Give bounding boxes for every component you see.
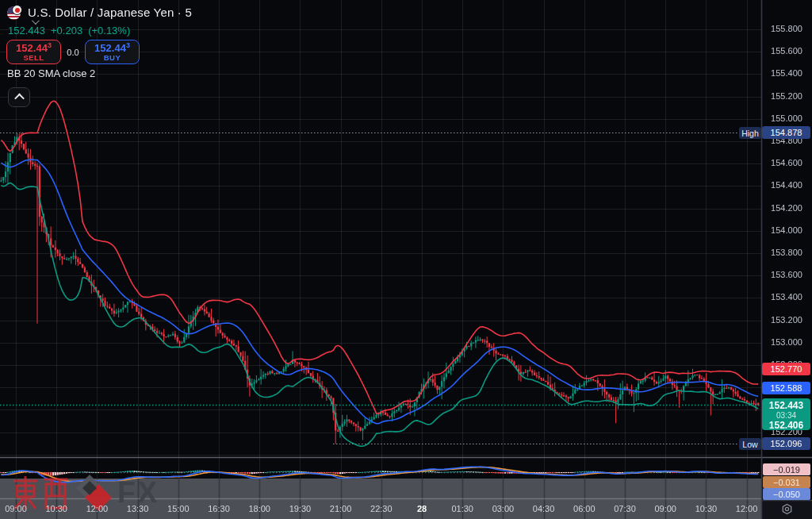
- time-axis-label: 18:00: [248, 504, 270, 513]
- buy-button[interactable]: 152.443 BUY: [85, 40, 140, 64]
- price-axis-label: 153.400: [763, 292, 810, 302]
- price-axis-label: 153.600: [763, 270, 810, 279]
- macd-line-value-label: −0.050: [763, 488, 810, 500]
- price-change-row: 152.443 +0.203 (+0.13%): [8, 25, 130, 37]
- gear-icon[interactable]: [781, 503, 793, 515]
- macd-histogram-value-label: −0.019: [763, 463, 810, 475]
- time-axis-label: 22:30: [370, 504, 393, 513]
- high-price-label: 154.878: [762, 126, 810, 139]
- price-axis[interactable]: 155.800155.600155.400155.200155.000154.8…: [761, 0, 812, 519]
- time-axis-label: 16:30: [208, 504, 230, 513]
- time-axis-label: 01:30: [451, 504, 473, 513]
- last-price-label: 152.443 03:34 152.406: [762, 398, 810, 430]
- time-axis-label: 03:00: [492, 504, 515, 513]
- price-axis-label: 154.400: [763, 180, 810, 190]
- price-axis-label: 154.600: [763, 158, 810, 167]
- price-axis-label: 153.800: [763, 248, 810, 257]
- price-axis-label: 153.200: [763, 315, 810, 325]
- time-axis-label: 07:30: [614, 504, 636, 513]
- price-axis-label: 155.600: [763, 46, 810, 56]
- time-axis-label: 28: [417, 504, 427, 513]
- bb-basis-price-label: 152.588: [762, 382, 810, 394]
- high-tag: High: [739, 127, 761, 139]
- sell-button[interactable]: 152.443 SELL: [6, 40, 61, 64]
- time-axis-label: 12:00: [86, 504, 109, 513]
- time-axis-label: 21:00: [330, 504, 352, 513]
- price-axis-label: 155.800: [763, 24, 810, 33]
- trading-chart-window: { "header": { "symbol_title": "U.S. Doll…: [0, 0, 812, 519]
- symbol-title[interactable]: U.S. Dollar / Japanese Yen · 5: [28, 6, 192, 19]
- time-axis-label: 04:30: [533, 504, 555, 513]
- price-change-text: +0.203: [51, 25, 82, 37]
- price-axis-label: 155.400: [763, 68, 810, 78]
- macd-signal-value-label: −0.031: [763, 476, 810, 488]
- time-axis-label: 12:00: [736, 504, 758, 513]
- price-axis-label: 154.000: [763, 225, 810, 235]
- collapse-toolbar-button[interactable]: [8, 87, 30, 107]
- time-axis-label: 19:30: [289, 504, 312, 513]
- time-axis-label: 09:00: [5, 504, 27, 513]
- low-price-label: 152.096: [762, 437, 810, 450]
- time-axis-label: 15:00: [167, 504, 190, 513]
- price-axis-label: 155.000: [763, 113, 810, 123]
- usd-jpy-flag-icon: [7, 5, 22, 20]
- bar-countdown: 03:34: [762, 410, 810, 421]
- bollinger-indicator-label[interactable]: BB 20 SMA close 2: [7, 67, 95, 79]
- price-axis-label: 153.000: [763, 337, 810, 347]
- time-axis-label: 13:30: [127, 504, 149, 513]
- bb-lower-price-label: 152.406: [762, 421, 810, 430]
- time-axis[interactable]: 09:0010:3012:0013:3015:0016:3018:0019:30…: [0, 500, 812, 519]
- bb-upper-price-label: 152.770: [762, 363, 810, 375]
- price-axis-label: 155.200: [763, 91, 810, 101]
- price-change-pct-text: (+0.13%): [88, 25, 130, 37]
- last-price-text: 152.443: [8, 25, 45, 37]
- chart-canvas[interactable]: [0, 0, 812, 519]
- time-axis-label: 09:00: [654, 504, 676, 513]
- price-axis-label: 154.200: [763, 203, 810, 213]
- time-axis-label: 06:00: [573, 504, 596, 513]
- low-tag: Low: [739, 438, 761, 450]
- chevron-up-icon: [14, 94, 25, 104]
- time-axis-label: 10:30: [45, 504, 67, 513]
- time-axis-label: 10:30: [695, 504, 718, 513]
- spread-value: 0.0: [61, 48, 85, 57]
